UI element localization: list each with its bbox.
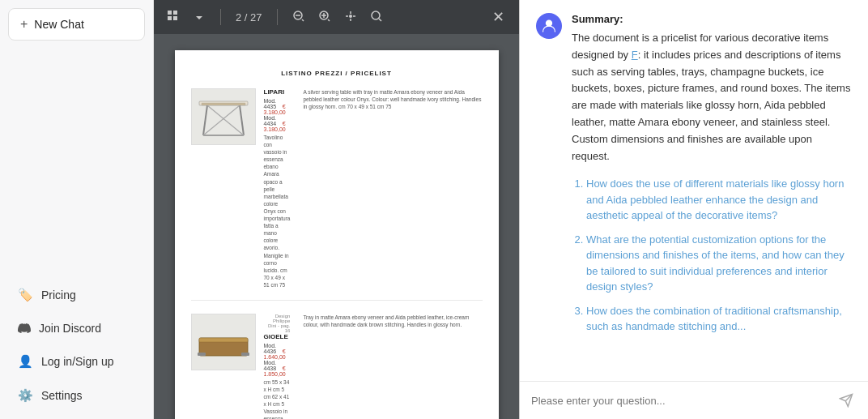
pan-icon[interactable] [341,6,360,28]
svg-line-19 [203,105,240,135]
zoom-out-icon[interactable] [289,6,308,28]
chat-highlight-link[interactable]: F [632,49,638,61]
pdf-product-gioele1: Design Philippe Dini - pag. 16 GIOELE Mo… [191,314,483,419]
tag-icon: 🏷️ [18,288,33,302]
sidebar-item-pricing-label: Pricing [41,289,76,301]
pdf-product-details-lipari: LIPARI Mod. 4435 € 3.180,00Mod. 4434 € 3… [264,88,291,289]
sidebar-item-settings-label: Settings [41,389,83,402]
gear-icon: ⚙️ [18,388,33,403]
svg-line-6 [302,19,304,21]
toolbar-separator-1 [220,9,221,25]
chat-questions-list: How does the use of different materials … [572,176,852,335]
svg-rect-3 [173,16,177,20]
view-toggle-icon[interactable] [189,6,209,28]
pdf-product-desc-gioele1: Vassoio in essenza ebano Amara opaca e p… [264,408,291,419]
svg-rect-1 [173,11,177,15]
pdf-content[interactable]: LISTINO PREZZI / PRICELIST [154,34,519,419]
sidebar-item-pricing[interactable]: 🏷️ Pricing [5,280,148,310]
svg-line-15 [203,105,207,135]
discord-icon [18,322,31,335]
pdf-page-info: 2 / 27 [236,11,262,24]
pdf-product-name-gioele1: GIOELE [264,333,291,340]
user-icon: 👤 [18,354,33,369]
svg-line-13 [379,19,381,21]
pdf-product-name-lipari: LIPARI [264,88,291,96]
pdf-page: LISTINO PREZZI / PRICELIST [175,50,499,419]
chat-question-3[interactable]: How does the combination of traditional … [586,303,852,335]
sidebar-item-login[interactable]: 👤 Log in/Sign up [5,346,148,377]
gioele1-designer: Design Philippe Dini - pag. 16 [264,314,291,333]
svg-rect-22 [199,338,248,342]
pdf-product-codes-gioele1: Mod. 4436 € 1.640,00Mod. 4438 € 1.850,00 [264,343,291,377]
grid-view-icon[interactable] [164,6,183,28]
pdf-product-desc-lipari: Tavolino con vassoio in essenza ebano Am… [264,134,291,289]
svg-rect-23 [198,353,206,356]
sidebar-spacer [0,49,153,278]
chat-input[interactable] [531,395,828,407]
pdf-product-details-gioele1: Design Philippe Dini - pag. 16 GIOELE Mo… [264,314,291,419]
chat-avatar [536,13,562,39]
pdf-product-desc-right-lipari: A silver serving table with tray in matt… [303,88,482,289]
svg-rect-20 [202,103,245,105]
chat-summary-text: The document is a pricelist for various … [572,30,852,165]
chat-message-summary: Summary: The document is a pricelist for… [536,13,852,343]
pdf-product-desc-right-gioele1: Tray in matte Amara ebony veneer and Aid… [303,314,482,419]
new-chat-button[interactable]: + New Chat [8,8,145,41]
svg-line-18 [207,105,244,135]
pdf-product-codes-lipari: Mod. 4435 € 3.180,00Mod. 4434 € 3.180,00 [264,98,291,132]
search-icon[interactable] [367,6,386,28]
svg-rect-24 [241,353,249,356]
chat-question-2[interactable]: What are the potential customization opt… [586,232,852,295]
chat-input-area [520,381,868,419]
sidebar-item-login-label: Log in/Sign up [41,355,114,368]
pdf-toolbar: 2 / 27 ✕ [154,0,519,34]
pdf-header: LISTINO PREZZI / PRICELIST [191,70,483,77]
svg-rect-2 [168,16,172,20]
chat-messages: Summary: The document is a pricelist for… [520,0,868,381]
pdf-product-image-lipari [191,88,256,145]
svg-rect-0 [168,11,172,15]
chat-send-button[interactable] [836,390,857,411]
pdf-product-image-gioele1 [191,314,256,370]
pdf-product-dim-gioele1: cm 55 x 34 x H cm 5cm 62 x 41 x H cm 5 [264,378,291,408]
chat-content: Summary: The document is a pricelist for… [572,13,852,343]
chat-question-1[interactable]: How does the use of different materials … [586,176,852,224]
zoom-in-icon[interactable] [315,6,334,28]
pdf-viewer: 2 / 27 ✕ LISTINO PREZZI / PRICELIST [154,0,520,419]
chat-summary-label: Summary: [572,13,852,25]
toolbar-separator-2 [277,9,278,25]
pdf-product-lipari: LIPARI Mod. 4435 € 3.180,00Mod. 4434 € 3… [191,88,483,301]
new-chat-label: New Chat [34,18,83,31]
pdf-toolbar-right: ✕ [487,6,509,28]
plus-icon: + [20,17,28,32]
sidebar-item-discord-label: Join Discord [39,322,101,335]
svg-line-16 [240,105,244,135]
pdf-close-button[interactable]: ✕ [487,6,509,28]
sidebar: + New Chat 🏷️ Pricing Join Discord 👤 Log… [0,0,154,419]
sidebar-item-settings[interactable]: ⚙️ Settings [5,380,148,411]
pdf-toolbar-left: 2 / 27 [164,6,386,28]
svg-point-11 [349,15,352,18]
svg-point-12 [372,11,380,19]
sidebar-item-discord[interactable]: Join Discord [5,314,148,343]
chat-panel: Summary: The document is a pricelist for… [520,0,868,419]
svg-line-10 [328,19,330,21]
